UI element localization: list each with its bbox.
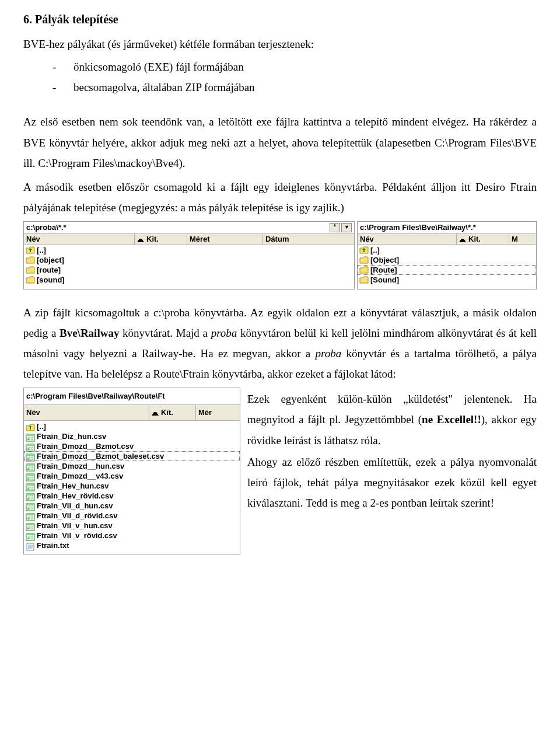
svg-text:a: a: [27, 467, 29, 470]
route-panel-path-bar[interactable]: c:\Program Files\Bve\Railway\Route\Ft: [24, 388, 240, 405]
paragraph-2: A második esetben először csomagold ki a…: [23, 177, 537, 218]
distribution-formats-list: önkicsomagoló (EXE) fájl formájában becs…: [23, 57, 537, 97]
col-date[interactable]: Dátum: [263, 234, 354, 245]
svg-rect-77: [27, 543, 34, 550]
svg-text:a: a: [27, 447, 29, 451]
col-name[interactable]: Név: [24, 405, 149, 420]
folder-icon: [26, 256, 35, 264]
list-item[interactable]: [..]: [358, 245, 536, 255]
csv-file-icon: a: [26, 482, 35, 490]
list-item[interactable]: [route]: [24, 266, 354, 275]
folder-up-icon: [359, 246, 369, 254]
sort-asc-icon: [459, 236, 466, 242]
col-last[interactable]: M: [509, 234, 536, 245]
file-manager-panels: c:\proba\*.* * ▾ Név Kit. Méret Dátum [.…: [23, 221, 537, 289]
svg-text:a: a: [27, 507, 29, 510]
csv-file-icon: a: [26, 432, 35, 441]
file-name: Ftrain.txt: [37, 539, 69, 553]
col-ext[interactable]: Kit.: [149, 405, 196, 420]
list-item[interactable]: [Route]: [358, 265, 536, 275]
svg-text:a: a: [27, 526, 29, 530]
file-name: [Route]: [370, 266, 397, 275]
folder-icon: [359, 256, 369, 264]
path-favorite-button[interactable]: *: [330, 223, 340, 232]
list-item[interactable]: Ftrain.txt: [24, 540, 240, 550]
right-panel-path-text: c:\Program Files\Bve\Railway\*.*: [360, 223, 534, 232]
left-panel: c:\proba\*.* * ▾ Név Kit. Méret Dátum [.…: [23, 221, 355, 289]
left-panel-path-text: c:\proba\*.*: [26, 223, 328, 232]
route-panel-path-text: c:\Program Files\Bve\Railway\Route\Ft: [26, 389, 237, 403]
right-panel: c:\Program Files\Bve\Railway\*.* Név Kit…: [357, 221, 537, 289]
section-heading: 6. Pályák telepítése: [23, 12, 537, 27]
csv-file-icon: a: [26, 452, 35, 461]
txt-file-icon: [26, 542, 35, 550]
left-panel-path-bar[interactable]: c:\proba\*.* * ▾: [24, 222, 354, 234]
folder-up-icon: [26, 246, 35, 254]
col-name[interactable]: Név: [358, 234, 457, 245]
col-size[interactable]: Mér: [196, 405, 240, 420]
path-history-button[interactable]: ▾: [341, 223, 352, 232]
csv-file-icon: a: [26, 442, 35, 451]
list-item[interactable]: [Object]: [358, 255, 536, 265]
route-files-panel: c:\Program Files\Bve\Railway\Route\Ft Né…: [23, 388, 240, 554]
svg-rect-36: [26, 484, 34, 486]
folder-icon: [359, 266, 369, 274]
right-panel-path-bar[interactable]: c:\Program Files\Bve\Railway\*.*: [358, 222, 536, 234]
svg-rect-15: [26, 454, 34, 456]
folder-icon: [359, 276, 369, 284]
folder-icon: [26, 276, 35, 284]
csv-file-icon: a: [26, 502, 35, 510]
bottom-paragraphs: Ezek egyenként külön-külön „küldetést" j…: [247, 388, 537, 514]
paragraph-3: A zip fájlt kicsomagoltuk a c:\proba kön…: [23, 302, 537, 385]
route-panel-file-list[interactable]: [..]aFtrain_Diz_hun.csvaFtrain_Dmozd__Bz…: [24, 421, 240, 554]
csv-file-icon: a: [26, 522, 35, 530]
bullet-item: becsomagolva, általában ZIP formájában: [52, 77, 537, 97]
csv-file-icon: a: [26, 512, 35, 520]
svg-rect-57: [26, 514, 34, 515]
csv-file-icon: a: [26, 472, 35, 480]
csv-file-icon: a: [26, 492, 35, 500]
svg-text:a: a: [27, 517, 29, 520]
svg-rect-1: [26, 434, 34, 436]
svg-rect-8: [26, 444, 34, 446]
csv-file-icon: a: [26, 462, 35, 470]
list-item[interactable]: [sound]: [24, 275, 354, 285]
paragraph-5: Ahogy az előző részben említettük, ezek …: [247, 452, 537, 513]
svg-text:a: a: [27, 437, 29, 441]
list-item[interactable]: [Sound]: [358, 275, 536, 285]
list-item[interactable]: [object]: [24, 256, 354, 266]
file-name: [..]: [370, 246, 380, 255]
sort-asc-icon: [152, 410, 159, 416]
file-name: [sound]: [37, 275, 65, 285]
svg-text:a: a: [27, 477, 29, 480]
col-size[interactable]: Méret: [187, 234, 263, 245]
left-panel-file-list[interactable]: [..][object][route][sound]: [24, 245, 354, 289]
svg-text:a: a: [27, 536, 29, 540]
file-name: [Sound]: [370, 275, 399, 285]
svg-rect-50: [26, 504, 34, 505]
right-panel-column-headers[interactable]: Név Kit. M: [358, 234, 536, 245]
folder-icon: [26, 266, 35, 274]
paragraph-1: Az első esetben nem sok teendőnk van, a …: [23, 111, 537, 173]
list-item[interactable]: [..]: [24, 246, 354, 256]
svg-text:a: a: [27, 457, 29, 461]
svg-rect-64: [26, 524, 34, 525]
col-ext[interactable]: Kit.: [457, 234, 509, 245]
right-panel-file-list[interactable]: [..][Object][Route][Sound]: [358, 245, 536, 288]
left-panel-column-headers[interactable]: Név Kit. Méret Dátum: [24, 234, 354, 245]
file-name: [..]: [37, 246, 46, 255]
svg-rect-22: [26, 464, 34, 466]
bullet-item: önkicsomagoló (EXE) fájl formájában: [52, 57, 537, 77]
svg-text:a: a: [27, 487, 29, 490]
folder-up-icon: [26, 423, 35, 431]
paragraph-4: Ezek egyenként külön-külön „küldetést" j…: [247, 389, 537, 450]
bottom-block: c:\Program Files\Bve\Railway\Route\Ft Né…: [23, 388, 537, 554]
route-panel-column-headers[interactable]: Név Kit. Mér: [24, 405, 240, 421]
col-ext[interactable]: Kit.: [135, 234, 187, 245]
csv-file-icon: a: [26, 532, 35, 540]
svg-text:a: a: [27, 497, 29, 500]
file-name: [object]: [37, 256, 64, 265]
sort-asc-icon: [137, 236, 144, 242]
col-name[interactable]: Név: [24, 234, 135, 245]
intro-text: BVE-hez pályákat (és járműveket) kétféle…: [23, 34, 537, 54]
